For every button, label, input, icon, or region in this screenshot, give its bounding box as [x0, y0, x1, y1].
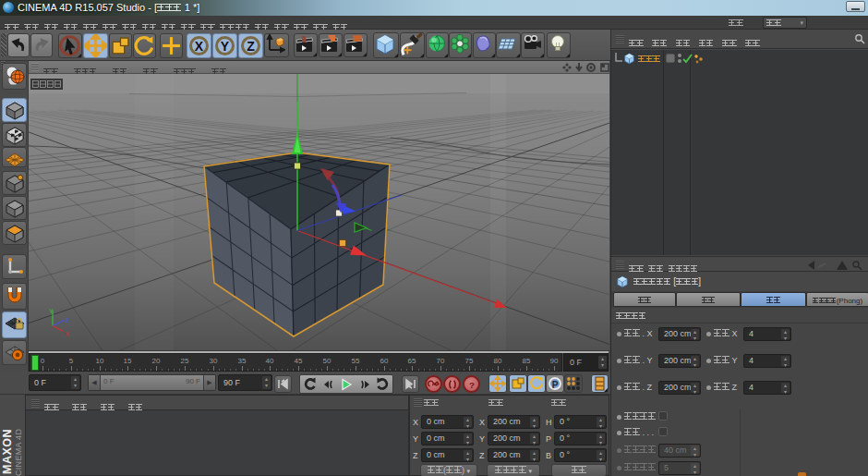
svg-text:X: X [66, 331, 70, 337]
svg-text:Y: Y [49, 308, 54, 314]
svg-text:?: ? [469, 380, 475, 390]
svg-text:Z: Z [66, 317, 70, 323]
